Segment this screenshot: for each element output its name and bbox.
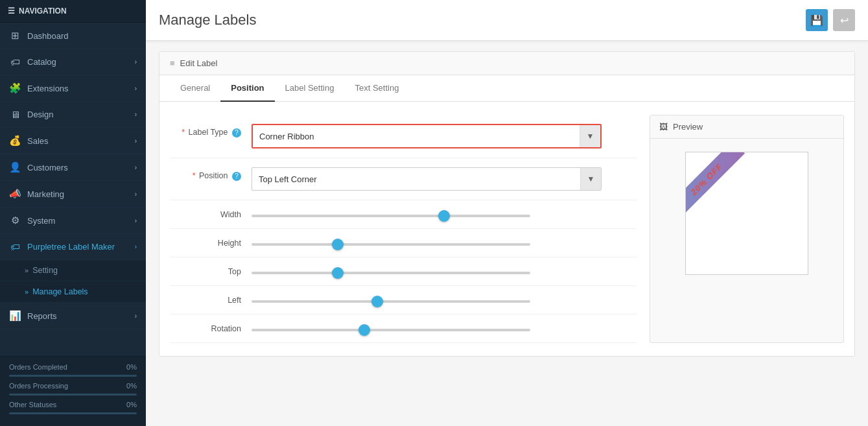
sidebar-sub-label: Manage Labels bbox=[32, 287, 88, 296]
width-slider[interactable] bbox=[252, 215, 530, 217]
chevron-right-icon: › bbox=[135, 85, 137, 92]
back-button[interactable]: ↩ bbox=[833, 9, 855, 31]
position-row: * Position ? Top Left Corner Top Right C… bbox=[170, 158, 637, 200]
sidebar-item-sales[interactable]: 💰 Sales › bbox=[0, 128, 146, 154]
required-star: * bbox=[182, 128, 185, 137]
sidebar-item-extensions[interactable]: 🧩 Extensions › bbox=[0, 75, 146, 102]
rotation-slider[interactable] bbox=[252, 329, 530, 331]
top-row: Top bbox=[170, 257, 637, 286]
chevron-right-icon: › bbox=[135, 217, 137, 224]
width-row: Width bbox=[170, 200, 637, 229]
left-slider-wrapper bbox=[252, 295, 530, 305]
nav-header: ☰ NAVIGATION bbox=[0, 0, 146, 23]
sidebar-item-label: Customers bbox=[27, 163, 68, 172]
chevron-right-icon: › bbox=[135, 164, 137, 171]
sidebar-sub-label: Setting bbox=[32, 266, 58, 275]
stat-orders-completed-value: 0% bbox=[126, 363, 137, 371]
label-type-control: Corner Ribbon Banner Circle Rectangle ▼ bbox=[252, 124, 637, 148]
system-icon: ⚙ bbox=[9, 215, 21, 226]
sidebar-item-customers[interactable]: 👤 Customers › bbox=[0, 154, 146, 181]
sidebar-item-marketing[interactable]: 📣 Marketing › bbox=[0, 181, 146, 207]
height-slider[interactable] bbox=[252, 243, 530, 246]
sidebar-sub-menu: Setting Manage Labels bbox=[0, 260, 146, 303]
content-area: ≡ Edit Label General Position Label Sett… bbox=[146, 41, 868, 426]
help-icon[interactable]: ? bbox=[232, 172, 241, 181]
extensions-icon: 🧩 bbox=[9, 82, 21, 94]
height-label: Height bbox=[170, 239, 241, 248]
top-label: Top bbox=[170, 267, 241, 276]
top-slider[interactable] bbox=[252, 272, 530, 274]
sidebar-item-label: Sales bbox=[27, 136, 49, 146]
chevron-down-icon: › bbox=[135, 243, 137, 250]
sidebar-item-design[interactable]: 🖥 Design › bbox=[0, 102, 146, 128]
form-area: * Label Type ? Corner Ribbon Banner Circ… bbox=[159, 102, 854, 356]
label-type-select-wrapper: Corner Ribbon Banner Circle Rectangle ▼ bbox=[252, 124, 602, 148]
position-select[interactable]: Top Left Corner Top Right Corner Bottom … bbox=[252, 170, 580, 189]
sidebar-item-manage-labels[interactable]: Manage Labels bbox=[0, 281, 146, 303]
reports-icon: 📊 bbox=[9, 310, 21, 322]
sidebar-item-label: Design bbox=[27, 110, 53, 119]
label-type-row: * Label Type ? Corner Ribbon Banner Circ… bbox=[170, 115, 637, 158]
edit-label-header: ≡ Edit Label bbox=[159, 52, 854, 75]
help-icon[interactable]: ? bbox=[232, 128, 241, 137]
required-star: * bbox=[193, 171, 196, 180]
tab-general[interactable]: General bbox=[170, 75, 220, 102]
customers-icon: 👤 bbox=[9, 161, 21, 173]
top-slider-wrapper bbox=[252, 266, 530, 276]
corner-ribbon: 20% OFF bbox=[686, 152, 745, 218]
marketing-icon: 📣 bbox=[9, 188, 21, 200]
dashboard-icon: ⊞ bbox=[9, 30, 21, 41]
tab-text-setting[interactable]: Text Setting bbox=[344, 75, 409, 102]
preview-product: 20% OFF bbox=[685, 152, 808, 275]
left-row: Left bbox=[170, 286, 637, 314]
list-icon: ≡ bbox=[170, 58, 175, 68]
main-content: Manage Labels 💾 ↩ ≡ Edit Label General P… bbox=[146, 0, 868, 426]
sidebar-item-catalog[interactable]: 🏷 Catalog › bbox=[0, 49, 146, 75]
chevron-right-icon: › bbox=[135, 313, 137, 320]
sidebar-item-setting[interactable]: Setting bbox=[0, 260, 146, 281]
sidebar-stats: Orders Completed 0% Orders Processing 0%… bbox=[0, 356, 146, 426]
position-label: * Position ? bbox=[170, 167, 241, 181]
sidebar: ☰ NAVIGATION ⊞ Dashboard 🏷 Catalog › 🧩 E… bbox=[0, 0, 146, 426]
label-type-select[interactable]: Corner Ribbon Banner Circle Rectangle bbox=[253, 127, 580, 146]
save-button[interactable]: 💾 bbox=[806, 9, 828, 31]
nav-icon: ☰ bbox=[8, 6, 15, 16]
page-header: Manage Labels 💾 ↩ bbox=[146, 0, 868, 41]
preview-panel: 🖼 Preview 20% OFF bbox=[650, 115, 844, 343]
tab-position[interactable]: Position bbox=[220, 75, 274, 102]
sidebar-item-system[interactable]: ⚙ System › bbox=[0, 207, 146, 234]
sidebar-item-dashboard[interactable]: ⊞ Dashboard bbox=[0, 23, 146, 49]
preview-header: 🖼 Preview bbox=[650, 115, 843, 139]
preview-title: Preview bbox=[673, 122, 703, 132]
edit-label-title: Edit Label bbox=[180, 58, 218, 68]
edit-label-card: ≡ Edit Label General Position Label Sett… bbox=[159, 51, 855, 357]
rotation-slider-wrapper bbox=[252, 324, 530, 333]
sidebar-item-label: Reports bbox=[27, 311, 57, 321]
position-select-wrapper: Top Left Corner Top Right Corner Bottom … bbox=[252, 167, 602, 191]
left-slider[interactable] bbox=[252, 300, 530, 303]
sidebar-item-label: Purpletree Label Maker bbox=[27, 242, 115, 252]
stat-orders-processing-value: 0% bbox=[126, 382, 137, 390]
height-row: Height bbox=[170, 229, 637, 257]
sidebar-item-purpletree[interactable]: 🏷 Purpletree Label Maker › bbox=[0, 234, 146, 260]
form-left: * Label Type ? Corner Ribbon Banner Circ… bbox=[170, 115, 637, 343]
sales-icon: 💰 bbox=[9, 135, 21, 147]
purpletree-icon: 🏷 bbox=[9, 241, 21, 252]
label-type-label: * Label Type ? bbox=[170, 124, 241, 137]
chevron-right-icon: › bbox=[135, 111, 137, 118]
stat-other-statuses-label: Other Statuses bbox=[9, 401, 56, 408]
stat-other-statuses-value: 0% bbox=[126, 401, 137, 408]
left-label: Left bbox=[170, 296, 241, 305]
header-actions: 💾 ↩ bbox=[806, 9, 855, 31]
sidebar-nav: ⊞ Dashboard 🏷 Catalog › 🧩 Extensions › 🖥… bbox=[0, 23, 146, 356]
sidebar-item-label: Extensions bbox=[27, 84, 69, 93]
catalog-icon: 🏷 bbox=[9, 56, 21, 67]
nav-title: NAVIGATION bbox=[19, 6, 67, 16]
sidebar-item-reports[interactable]: 📊 Reports › bbox=[0, 303, 146, 329]
tabs-bar: General Position Label Setting Text Sett… bbox=[159, 75, 854, 102]
rotation-label: Rotation bbox=[170, 324, 241, 333]
height-slider-wrapper bbox=[252, 238, 530, 248]
select-arrow-icon: ▼ bbox=[580, 125, 600, 147]
stat-orders-processing-label: Orders Processing bbox=[9, 382, 68, 390]
tab-label-setting[interactable]: Label Setting bbox=[275, 75, 345, 102]
